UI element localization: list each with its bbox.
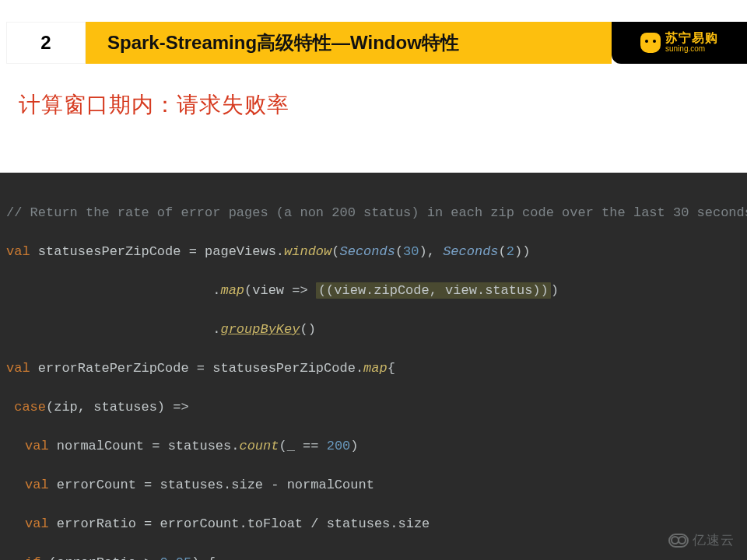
brand-logo: 苏宁易购 suning.com [612, 22, 747, 64]
code-snippet: // Return the rate of error pages (a non… [0, 173, 747, 560]
logo-text-cn: 苏宁易购 [665, 32, 718, 45]
cloud-icon [668, 534, 689, 548]
slide-header: 2 Spark-Streaming高级特性—Window特性 苏宁易购 suni… [6, 22, 747, 64]
logo-text-en: suning.com [665, 45, 718, 54]
lion-icon [640, 33, 661, 53]
watermark: 亿速云 [668, 531, 735, 549]
section-subtitle: 计算窗口期内：请求失败率 [19, 90, 747, 120]
highlighted-span: ((view.zipCode, view.status)) [316, 282, 551, 299]
code-comment: // Return the rate of error pages (a non… [6, 205, 747, 220]
watermark-text: 亿速云 [693, 531, 735, 549]
slide-title: Spark-Streaming高级特性—Window特性 [86, 22, 612, 64]
slide-number: 2 [6, 22, 86, 64]
